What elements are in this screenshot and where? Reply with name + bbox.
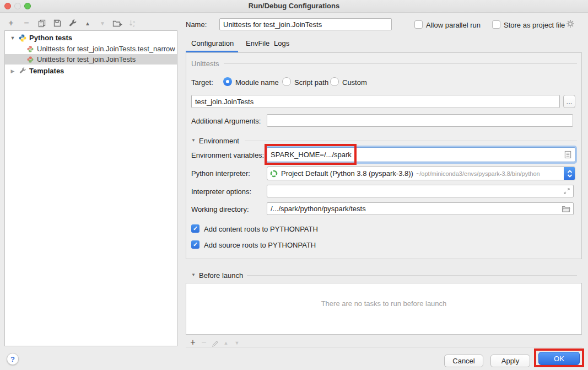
tree-item-label: Templates — [29, 67, 64, 75]
add-content-roots-checkbox[interactable]: ✓ — [191, 224, 199, 233]
python-interpreter-path: ~/opt/miniconda3/envs/pyspark-3.8/bin/py… — [416, 170, 540, 177]
combo-stepper-icon[interactable] — [564, 167, 575, 180]
collapse-environment-icon[interactable]: ▼ — [191, 138, 196, 143]
save-configuration-button[interactable] — [51, 17, 64, 29]
add-content-roots-label: Add content roots to PYTHONPATH — [204, 225, 318, 233]
new-folder-icon — [112, 19, 122, 28]
interpreter-options-field[interactable] — [267, 185, 574, 197]
radio-module-name[interactable] — [223, 77, 232, 86]
add-source-roots-checkbox[interactable]: ✓ — [191, 240, 199, 249]
section-divider — [245, 141, 577, 141]
wrench-icon — [18, 67, 27, 74]
wrench-icon — [69, 19, 77, 28]
help-button[interactable]: ? — [7, 353, 19, 365]
radio-custom-label: Custom — [342, 78, 367, 87]
interpreter-options-label: Interpreter options: — [191, 187, 251, 196]
tab-logs[interactable]: Logs — [274, 39, 289, 47]
conda-environment-icon — [270, 170, 278, 178]
radio-custom[interactable] — [330, 77, 339, 86]
python-test-icon — [26, 46, 35, 52]
store-settings-gear-button[interactable] — [566, 19, 575, 30]
name-input[interactable] — [223, 20, 388, 29]
store-as-project-file-checkbox[interactable] — [492, 20, 500, 29]
before-launch-tasks-box: There are no tasks to run before launch — [186, 283, 582, 335]
tree-collapse-icon[interactable]: ▶ — [9, 68, 16, 74]
configurations-tree-panel: ▼ Python tests Unittests for test_join.J… — [4, 30, 177, 346]
tree-item-label: Python tests — [29, 34, 72, 42]
store-as-project-file-label: Store as project file — [504, 21, 565, 29]
tree-item-python-tests[interactable]: ▼ Python tests — [5, 33, 177, 43]
footer-divider — [186, 347, 582, 347]
minimize-window-button — [14, 3, 21, 9]
expand-field-icon[interactable] — [563, 187, 570, 195]
plus-icon: + — [8, 19, 13, 28]
plus-icon: + — [190, 338, 195, 347]
name-field[interactable] — [219, 18, 392, 30]
python-interpreter-label: Python interpreter: — [191, 169, 250, 178]
apply-button[interactable]: Apply — [490, 355, 530, 367]
svg-text:a: a — [133, 20, 135, 24]
highlight-env-vars-annotation — [265, 144, 357, 165]
tree-item-unittests-jointests-selected[interactable]: Unittests for test_join.JoinTests — [5, 54, 177, 65]
environment-section-label: Environment — [199, 137, 239, 145]
additional-arguments-label: Additional Arguments: — [191, 117, 261, 125]
working-directory-label: Working directory: — [191, 205, 249, 213]
python-interpreter-select[interactable]: Project Default (Python 3.8 (pyspark-3.8… — [267, 167, 575, 180]
before-launch-section-label: Before launch — [199, 271, 243, 280]
new-folder-button[interactable] — [111, 17, 124, 29]
edit-env-vars-icon[interactable] — [564, 151, 571, 159]
browse-folder-icon[interactable] — [562, 205, 570, 213]
copy-configuration-button[interactable] — [35, 17, 48, 29]
additional-arguments-field[interactable] — [267, 114, 573, 127]
additional-arguments-input[interactable] — [271, 116, 569, 125]
arrow-up-icon: ▲ — [85, 20, 90, 26]
tree-item-label: Unittests for test_join.JoinTests — [37, 55, 136, 63]
minus-icon: − — [201, 338, 206, 347]
tree-item-label: Unittests for test_join.JoinTests.test_n… — [37, 45, 175, 53]
arrow-up-icon: ▲ — [224, 340, 229, 346]
move-down-button[interactable]: ▼ — [96, 17, 109, 29]
name-label: Name: — [186, 20, 207, 29]
arrow-down-icon: ▼ — [235, 340, 240, 346]
browse-module-button[interactable]: ... — [563, 95, 575, 108]
save-icon — [53, 19, 62, 28]
check-icon: ✓ — [193, 241, 198, 248]
tree-expand-icon[interactable]: ▼ — [9, 35, 16, 41]
unittests-section-label: Unittests — [191, 60, 219, 68]
tab-envfile[interactable]: EnvFile — [246, 39, 269, 47]
close-window-button[interactable] — [4, 3, 11, 9]
tree-item-templates[interactable]: ▶ Templates — [5, 66, 177, 76]
zoom-window-button[interactable] — [24, 3, 31, 9]
allow-parallel-run-checkbox[interactable] — [414, 20, 423, 29]
section-divider — [224, 63, 577, 64]
arrow-down-icon: ▼ — [100, 20, 105, 26]
target-module-field[interactable] — [191, 95, 560, 108]
target-module-input[interactable] — [195, 98, 556, 106]
environment-variables-label: Environment variables: — [191, 151, 264, 159]
radio-module-name-label: Module name — [235, 78, 279, 87]
remove-configuration-button[interactable]: − — [20, 17, 33, 29]
edit-templates-button[interactable] — [66, 17, 79, 29]
add-source-roots-label: Add source roots to PYTHONPATH — [204, 241, 316, 249]
working-directory-field[interactable] — [267, 202, 574, 215]
sort-az-icon: az — [128, 19, 137, 28]
working-directory-input[interactable] — [271, 205, 559, 213]
svg-text:z: z — [133, 24, 135, 28]
interpreter-options-input[interactable] — [271, 187, 560, 195]
tab-configuration[interactable]: Configuration — [191, 39, 234, 47]
add-configuration-button[interactable]: + — [4, 17, 18, 29]
cancel-button[interactable]: Cancel — [444, 355, 483, 367]
window-title: Run/Debug Configurations — [0, 0, 588, 12]
copy-icon — [37, 19, 46, 28]
collapse-before-launch-icon[interactable]: ▼ — [191, 272, 196, 277]
gear-icon — [566, 19, 575, 28]
move-up-button[interactable]: ▲ — [81, 17, 94, 29]
tree-item-unittests-test-narrow[interactable]: Unittests for test_join.JoinTests.test_n… — [5, 44, 177, 54]
minus-icon: − — [24, 19, 29, 28]
sort-configurations-button[interactable]: az — [126, 17, 139, 29]
radio-script-path[interactable] — [282, 77, 291, 86]
pencil-icon — [212, 340, 219, 347]
radio-script-path-label: Script path — [294, 78, 328, 87]
allow-parallel-run-label: Allow parallel run — [426, 21, 481, 29]
highlight-ok-annotation — [534, 348, 584, 367]
